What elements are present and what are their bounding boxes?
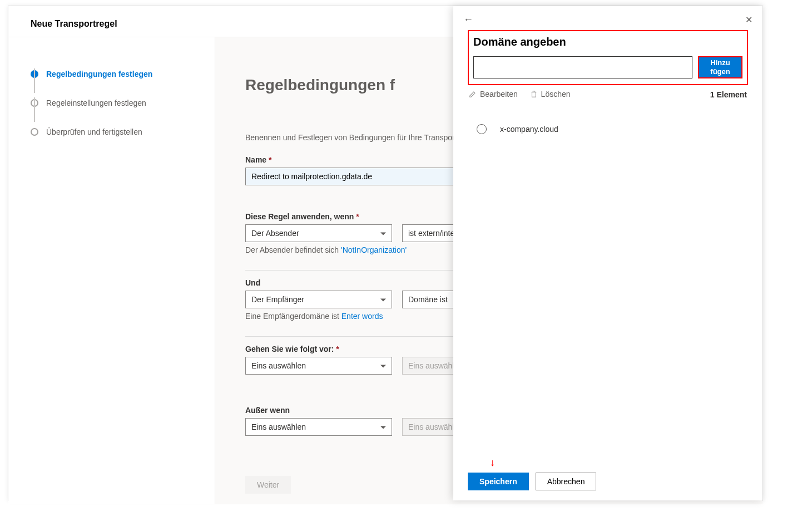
required-star: * — [269, 155, 271, 164]
radio-icon[interactable] — [477, 124, 487, 134]
domain-input[interactable] — [473, 56, 692, 78]
flyout-footer: ↓ Speichern Abbrechen — [453, 464, 763, 500]
steps-sidebar: Regelbedingungen festlegen Regeleinstell… — [8, 37, 215, 504]
domain-flyout: ← ✕ Domäne angeben Hinzu fügen Bearbeite… — [453, 6, 763, 500]
except-subject-select[interactable]: Eins auswählen — [245, 418, 392, 436]
dialog-title: Neue Transportregel — [31, 19, 117, 29]
save-button[interactable]: Speichern — [468, 473, 529, 490]
domain-name: x-company.cloud — [500, 125, 558, 134]
transport-rule-dialog: Neue Transportregel ✕ Regelbedingungen f… — [8, 6, 763, 501]
step-label: Überprüfen und fertigstellen — [46, 117, 142, 146]
required-star: * — [356, 212, 359, 221]
step-label: Regelbedingungen festlegen — [46, 60, 152, 89]
step-item[interactable]: Regeleinstellungen festlegen — [31, 89, 204, 117]
apply-subject-select[interactable]: Der Absender — [245, 224, 392, 242]
step-label: Regeleinstellungen festlegen — [46, 89, 146, 117]
back-arrow-icon[interactable]: ← — [463, 14, 473, 26]
close-icon[interactable]: ✕ — [745, 14, 752, 25]
flyout-title: Domäne angeben — [473, 36, 742, 48]
action-bar: Bearbeiten Löschen 1 Element — [468, 85, 748, 103]
step-item[interactable]: Überprüfen und fertigstellen — [31, 117, 204, 146]
domain-list: x-company.cloud — [468, 120, 748, 139]
highlight-annotation: Domäne angeben Hinzu fügen — [468, 30, 748, 85]
apply-value-link[interactable]: 'NotInOrganization' — [341, 245, 407, 254]
required-star: * — [336, 345, 339, 353]
delete-action[interactable]: Löschen — [530, 90, 571, 99]
do-action-select[interactable]: Eins auswählen — [245, 357, 392, 375]
step-bullet-icon — [31, 128, 38, 136]
list-item[interactable]: x-company.cloud — [477, 120, 748, 139]
svg-rect-0 — [532, 92, 536, 97]
item-count: 1 Element — [710, 90, 747, 99]
cancel-button[interactable]: Abbrechen — [536, 473, 597, 490]
next-button: Weiter — [245, 476, 291, 494]
edit-icon — [469, 90, 477, 98]
trash-icon — [530, 90, 538, 98]
arrow-annotation-icon: ↓ — [490, 457, 495, 469]
step-item[interactable]: Regelbedingungen festlegen — [31, 60, 204, 89]
and-value-link[interactable]: Enter words — [341, 312, 383, 321]
and-subject-select[interactable]: Der Empfänger — [245, 291, 392, 308]
add-button[interactable]: Hinzu fügen — [698, 56, 742, 78]
edit-action[interactable]: Bearbeiten — [469, 90, 518, 99]
